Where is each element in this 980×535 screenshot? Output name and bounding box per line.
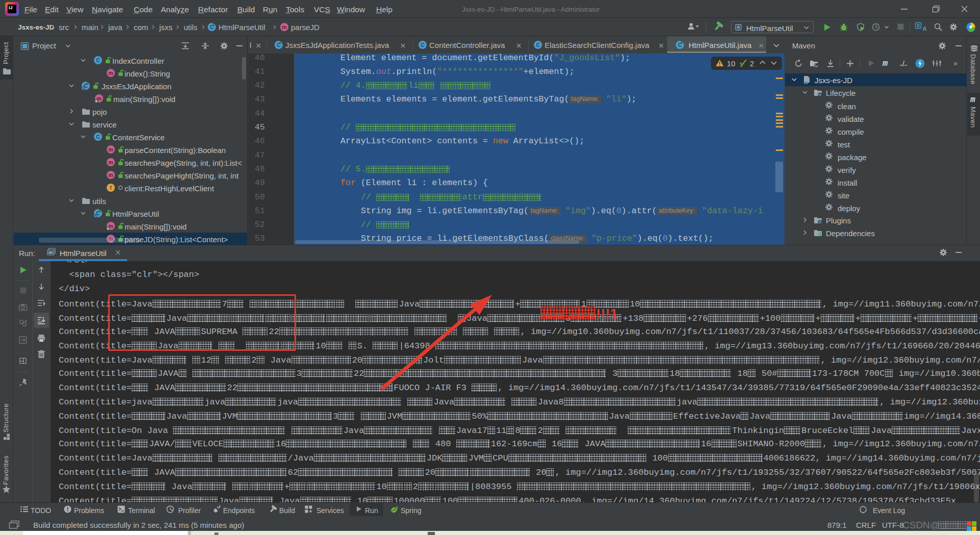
svg-text:C: C [421,42,425,48]
svg-text:C: C [96,57,100,63]
svg-text:f: f [110,185,112,191]
svg-text:C: C [96,134,100,140]
svg-text:m: m [282,24,286,30]
svg-text:A: A [923,26,927,32]
svg-text:C: C [536,42,540,48]
svg-text:m: m [108,70,113,76]
svg-text:m: m [108,172,113,178]
svg-text:m: m [108,146,113,152]
svg-text:m: m [108,159,113,165]
svg-text:m: m [804,79,808,85]
